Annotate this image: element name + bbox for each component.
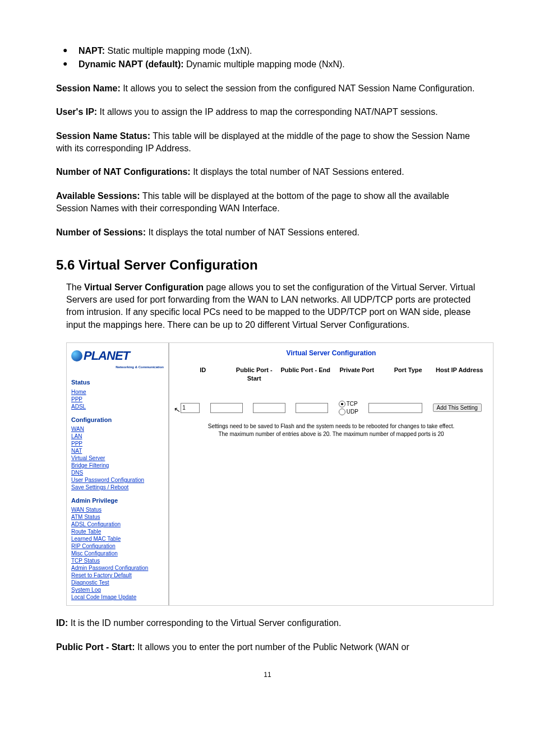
nav-link-admin-password[interactable]: Admin Password Configuration <box>71 564 164 572</box>
definition-para: Number of Sessions: It displays the tota… <box>56 226 479 239</box>
nav-link-misc-config[interactable]: Misc Configuration <box>71 550 164 557</box>
nav-link-wan[interactable]: WAN <box>71 425 164 433</box>
nav-link-route-table[interactable]: Route Table <box>71 528 164 535</box>
def-label: Session Name: <box>56 84 121 93</box>
vs-header-row: ID Public Port - Start Public Port - End… <box>177 366 485 383</box>
definition-para: Public Port - Start: It allows you to en… <box>56 641 479 653</box>
intro-bold: Virtual Server Configuration <box>84 282 204 292</box>
def-text: It displays the total number of NAT Sess… <box>191 167 404 177</box>
vs-input-row: TCP UDP Add This Setting <box>177 400 485 416</box>
globe-icon <box>71 350 82 361</box>
id-input[interactable] <box>181 403 200 413</box>
nav-link-diagnostic[interactable]: Diagnostic Test <box>71 579 164 586</box>
radio-tcp[interactable]: TCP <box>339 400 358 408</box>
nav-title-status: Status <box>71 378 164 387</box>
main-panel: ↖ Virtual Server Configuration ID Public… <box>169 343 493 605</box>
def-text: It is the ID number corresponding to the… <box>68 618 341 628</box>
def-text: It allows you to enter the port number o… <box>135 642 409 652</box>
embedded-screenshot-wrap: PLANET Networking & Communication Status… <box>56 342 479 606</box>
col-private-port: Private Port <box>331 366 383 383</box>
nav-group: Admin Privilege WAN Status ATM Status AD… <box>71 497 164 601</box>
nav-link-ppp[interactable]: PPP <box>71 440 164 447</box>
public-port-start-input[interactable] <box>210 403 243 413</box>
embedded-screenshot: PLANET Networking & Communication Status… <box>66 342 494 606</box>
nav-link-local-code-update[interactable]: Local Code Image Update <box>71 593 164 601</box>
logo: PLANET Networking & Communication <box>71 347 164 373</box>
nav-link-reset-factory[interactable]: Reset to Factory Default <box>71 572 164 579</box>
nav-group: Configuration WAN LAN PPP NAT Virtual Se… <box>71 416 164 491</box>
bullet-item: NAPT: Static multiple mapping mode (1xN)… <box>79 45 479 57</box>
section-heading: 5.6 Virtual Server Configuration <box>56 256 479 275</box>
host-ip-input[interactable] <box>368 403 422 413</box>
nav-link-save-reboot[interactable]: Save Settings / Reboot <box>71 484 164 491</box>
def-label: Session Name Status: <box>56 131 150 141</box>
note-line-2: The maximum number of entries above is 2… <box>177 430 485 438</box>
nav-link-bridge-filtering[interactable]: Bridge Filtering <box>71 462 164 469</box>
radio-udp[interactable]: UDP <box>339 408 358 416</box>
nav-link-learned-mac[interactable]: Learned MAC Table <box>71 535 164 542</box>
logo-main: PLANET <box>71 347 164 365</box>
section-intro: The Virtual Server Configuration page al… <box>56 281 479 332</box>
add-this-setting-button[interactable]: Add This Setting <box>433 403 482 412</box>
def-label: Available Sessions: <box>56 191 140 201</box>
nav-group: Status Home PPP ADSL <box>71 378 164 410</box>
logo-text: PLANET <box>84 347 130 365</box>
col-host-ip: Host IP Address <box>434 366 486 383</box>
bullet-label: Dynamic NAPT (default): <box>79 59 184 69</box>
nav-link-adsl-config[interactable]: ADSL Configuration <box>71 521 164 528</box>
intro-pre: The <box>66 282 84 292</box>
radio-dot-icon <box>339 409 345 415</box>
bullet-text: Dynamic multiple mapping mode (NxN). <box>184 59 345 69</box>
sidebar: PLANET Networking & Communication Status… <box>67 343 169 605</box>
definition-para: Available Sessions: This table will be d… <box>56 190 479 215</box>
def-label: Number of NAT Configurations: <box>56 167 191 177</box>
bullet-item: Dynamic NAPT (default): Dynamic multiple… <box>79 58 479 71</box>
port-type-radios: TCP UDP <box>339 400 358 416</box>
nav-link-wan-status[interactable]: WAN Status <box>71 506 164 513</box>
definition-para: Number of NAT Configurations: It display… <box>56 166 479 178</box>
nav-link-atm-status[interactable]: ATM Status <box>71 513 164 521</box>
nav-link-system-log[interactable]: System Log <box>71 586 164 593</box>
def-label: Public Port - Start: <box>56 642 135 652</box>
def-text: It allows you to select the session from… <box>121 84 475 93</box>
def-text: It displays the total number of NAT Sess… <box>146 228 359 237</box>
def-label: Number of Sessions: <box>56 228 146 237</box>
nav-link-nat[interactable]: NAT <box>71 447 164 454</box>
public-port-end-input[interactable] <box>253 403 285 413</box>
nav-link-rip-config[interactable]: RIP Configuration <box>71 542 164 550</box>
nav-link-lan[interactable]: LAN <box>71 433 164 440</box>
bullet-text: Static multiple mapping mode (1xN). <box>105 46 252 55</box>
col-public-port-end: Public Port - End <box>280 366 331 383</box>
nav-title-admin: Admin Privilege <box>71 497 164 505</box>
bullet-list: NAPT: Static multiple mapping mode (1xN)… <box>56 45 479 71</box>
def-text: It allows you to assign the IP address t… <box>97 107 437 117</box>
radio-label: TCP <box>347 400 358 408</box>
logo-sub: Networking & Communication <box>71 365 164 369</box>
definition-para: Session Name: It allows you to select th… <box>56 82 479 95</box>
nav-link-user-password[interactable]: User Password Configuration <box>71 476 164 484</box>
bullet-label: NAPT: <box>79 46 105 55</box>
def-label: ID: <box>56 618 68 628</box>
private-port-input[interactable] <box>296 403 328 413</box>
col-public-port-start: Public Port - Start <box>229 366 280 383</box>
nav-title-configuration: Configuration <box>71 416 164 424</box>
radio-dot-icon <box>339 401 345 407</box>
nav-link-virtual-server[interactable]: Virtual Server <box>71 454 164 462</box>
note-line-1: Settings need to be saved to Flash and t… <box>177 423 485 430</box>
col-id: ID <box>177 366 229 383</box>
radio-label: UDP <box>347 408 358 416</box>
document-page: NAPT: Static multiple mapping mode (1xN)… <box>0 0 535 697</box>
definition-para: User's IP: It allows you to assign the I… <box>56 106 479 118</box>
def-label: User's IP: <box>56 107 97 117</box>
definition-para: Session Name Status: This table will be … <box>56 130 479 155</box>
nav-link-adsl[interactable]: ADSL <box>71 403 164 410</box>
page-number: 11 <box>56 670 479 680</box>
nav-link-home[interactable]: Home <box>71 388 164 396</box>
col-port-type: Port Type <box>382 366 434 383</box>
definition-para: ID: It is the ID number corresponding to… <box>56 617 479 629</box>
nav-link-dns[interactable]: DNS <box>71 469 164 476</box>
nav-link-ppp[interactable]: PPP <box>71 396 164 403</box>
panel-title: Virtual Server Configuration <box>177 349 485 358</box>
notes: Settings need to be saved to Flash and t… <box>177 423 485 438</box>
nav-link-tcp-status[interactable]: TCP Status <box>71 557 164 564</box>
